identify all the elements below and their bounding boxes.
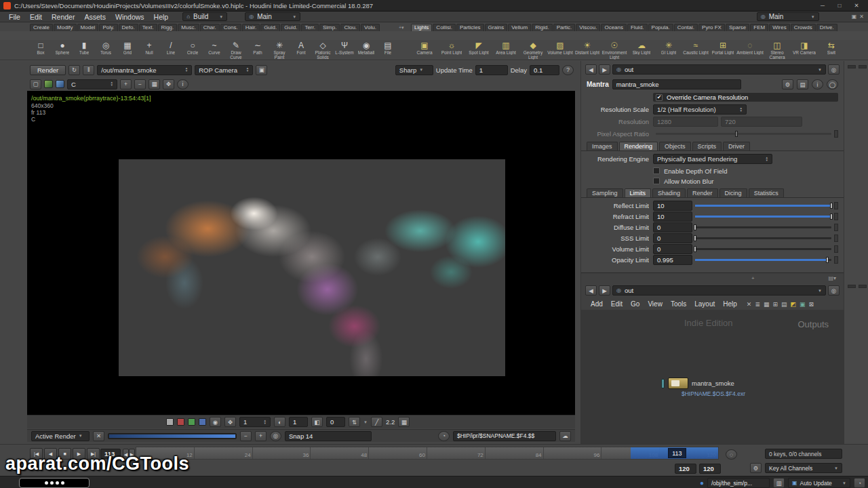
shelf-tool[interactable]: ◎ Torus: [95, 41, 117, 60]
shelf-tool[interactable]: ● Sphere: [52, 41, 73, 60]
clear-icon[interactable]: ✕: [93, 431, 104, 441]
ladder-handle[interactable]: [834, 202, 838, 209]
shelf-tool[interactable]: ▣ Camera: [411, 41, 438, 60]
shelf-tab[interactable]: Contai.: [674, 24, 698, 31]
menu-item[interactable]: Render: [47, 13, 79, 21]
folder-tab[interactable]: Images: [587, 142, 618, 150]
shelf-tool[interactable]: ◇ Platonic Solids: [312, 41, 334, 60]
param-value-field[interactable]: 0: [653, 244, 692, 254]
all-channels-icon[interactable]: [166, 418, 174, 426]
shelf-tab[interactable]: Viscou.: [576, 24, 600, 31]
gain-field[interactable]: 1: [289, 417, 308, 427]
pause-icon[interactable]: ‖: [83, 65, 94, 75]
menu-item[interactable]: View: [644, 300, 667, 308]
folder-tab[interactable]: Objects: [659, 142, 691, 150]
refresh-icon[interactable]: ↻: [68, 65, 80, 75]
pane-menu-icon[interactable]: ▤▾: [826, 275, 838, 281]
shelf-tab[interactable]: Vellum: [508, 24, 531, 31]
histogram-icon[interactable]: ▦: [398, 417, 410, 427]
camera-lock-icon[interactable]: ▣: [256, 65, 267, 75]
shelf-tab[interactable]: Create: [30, 24, 53, 31]
background-swatch-icon[interactable]: [44, 80, 53, 88]
ladder-handle[interactable]: [834, 224, 838, 231]
plus-icon[interactable]: +: [255, 431, 267, 441]
folder-tab[interactable]: Scripts: [692, 142, 722, 150]
close-button[interactable]: ✕: [848, 1, 865, 10]
shelf-tool[interactable]: ◉ Metaball: [355, 41, 377, 60]
desktop-selector[interactable]: ⌂ Build▼: [182, 12, 227, 21]
shelf-tab[interactable]: Model: [77, 24, 99, 31]
blue-channel-icon[interactable]: [199, 418, 206, 426]
offset-field[interactable]: 0: [326, 417, 345, 427]
shelf-add-icon[interactable]: +▾: [397, 25, 406, 30]
rop-selector[interactable]: /out/mantra_smoke ▲▼: [97, 65, 192, 75]
param-value-field[interactable]: 0.995: [653, 255, 692, 265]
param-value-field[interactable]: 0: [653, 222, 692, 232]
shelf-tool[interactable]: ⊞ Portal Light: [709, 41, 736, 60]
motion-blur-checkbox[interactable]: [653, 178, 660, 184]
zoom-in-icon[interactable]: +: [120, 79, 132, 89]
shelf-tab[interactable]: Popula.: [648, 24, 673, 31]
shelf-tab[interactable]: Defo.: [119, 24, 138, 31]
param-slider[interactable]: [695, 213, 831, 220]
info-icon[interactable]: i: [177, 79, 189, 89]
info-icon[interactable]: i: [812, 79, 823, 89]
shelf-tab[interactable]: Rigg.: [158, 24, 178, 31]
shelf-tab[interactable]: Musc.: [178, 24, 199, 31]
shelf-tab[interactable]: Modify: [54, 24, 77, 31]
shelf-tool[interactable]: / Line: [160, 41, 182, 60]
pan-icon[interactable]: ✥: [163, 79, 174, 89]
main-context-selector[interactable]: ◎ Main▼: [245, 12, 300, 21]
grid-toggle-icon[interactable]: ▦: [149, 79, 160, 89]
shelf-tool[interactable]: ✎ Draw Curve: [225, 41, 247, 60]
back-icon[interactable]: ◀: [585, 285, 597, 296]
shelf-tab[interactable]: Clou.: [340, 24, 360, 31]
resolution-scale-selector[interactable]: 1/2 (Half Resolution) ▲▼: [653, 104, 747, 115]
menu-item[interactable]: Tools: [667, 300, 690, 308]
menu-item[interactable]: Help: [719, 300, 741, 308]
close-panel-icon[interactable]: ✕: [859, 14, 864, 20]
param-value-field[interactable]: 0: [653, 233, 692, 243]
exposure-stepper[interactable]: 1 ▲▼: [239, 417, 271, 427]
range-start-field[interactable]: 120: [675, 464, 696, 474]
right-context-selector[interactable]: ◎ Main▼: [757, 12, 819, 21]
param-slider[interactable]: [695, 235, 831, 242]
menu-item[interactable]: Help: [149, 13, 174, 21]
network-box-icon[interactable]: ▣: [800, 301, 806, 308]
rendering-engine-selector[interactable]: Physically Based Rendering ▲▼: [653, 154, 772, 164]
network-path-field[interactable]: ◎ out ▼: [612, 285, 826, 296]
shelf-tab[interactable]: Sparse: [726, 24, 749, 31]
override-resolution-checkbox[interactable]: ✔: [656, 94, 663, 101]
stowed-pane-handle[interactable]: [848, 285, 856, 288]
shelf-tool[interactable]: ◫ Stereo Camera: [764, 41, 791, 60]
shelf-tab[interactable]: Volu.: [361, 24, 380, 31]
folder-tab[interactable]: Dicing: [719, 188, 747, 197]
shelf-tab[interactable]: Guid.: [260, 24, 280, 31]
param-slider[interactable]: [695, 256, 831, 264]
playhead[interactable]: 113: [668, 448, 686, 458]
float-panel-icon[interactable]: ▣: [852, 14, 857, 20]
search-icon[interactable]: ◌: [726, 449, 737, 460]
target-icon[interactable]: ◎: [270, 431, 281, 441]
folder-tab[interactable]: Shading: [652, 188, 686, 197]
snapshot-field[interactable]: Snap 14: [285, 431, 372, 441]
folder-tab[interactable]: Limits: [625, 188, 652, 197]
folder-tab[interactable]: Statistics: [749, 188, 784, 197]
shelf-tool[interactable]: ▦ Grid: [117, 41, 138, 60]
shelf-tool[interactable]: ✳ GI Light: [655, 41, 682, 60]
shelf-tool[interactable]: ○ Circle: [182, 41, 203, 60]
minimize-button[interactable]: ─: [814, 1, 831, 10]
mantra-node[interactable]: mantra_smoke: [661, 378, 734, 389]
list-mode-icon[interactable]: ≣: [755, 301, 760, 308]
shelf-tab[interactable]: Particles: [456, 24, 484, 31]
output-path-field[interactable]: $HIP/ipr/$SNAPNAME.$F4.$$: [453, 431, 556, 441]
folder-tab[interactable]: Driver: [723, 142, 750, 150]
shelf-tool[interactable]: ⇆ Swit: [818, 41, 845, 60]
lut-icon[interactable]: ⇅: [349, 417, 360, 427]
black-point-icon[interactable]: ◧: [311, 417, 323, 427]
node-flag-icon[interactable]: [661, 379, 665, 388]
shelf-tab[interactable]: Poly.: [99, 24, 117, 31]
menu-item[interactable]: Edit: [607, 300, 627, 308]
shelf-tool[interactable]: ◤ Spot Light: [465, 41, 492, 60]
maximize-button[interactable]: □: [831, 1, 848, 10]
